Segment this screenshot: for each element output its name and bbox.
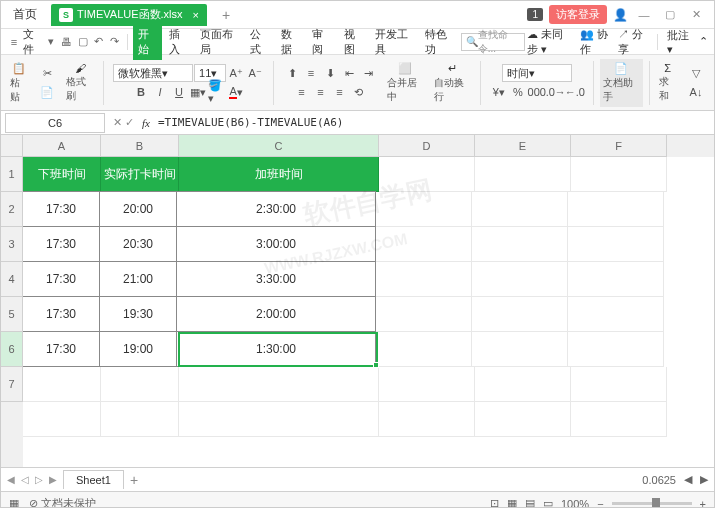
sort-icon[interactable]: A↓ [687, 83, 705, 101]
tab-insert[interactable]: 插入 [164, 24, 193, 60]
align-middle-icon[interactable]: ≡ [302, 64, 320, 82]
zoom-out-button[interactable]: − [597, 498, 603, 509]
cell-B3[interactable]: 20:30 [99, 226, 177, 262]
cell-A1[interactable]: 下班时间 [23, 157, 101, 192]
row-header-2[interactable]: 2 [1, 192, 23, 227]
filter-icon[interactable]: ▽ [687, 64, 705, 82]
maximize-button[interactable]: ▢ [660, 8, 680, 21]
sync-status[interactable]: ☁ 未同步 ▾ [527, 27, 574, 57]
cell-C6[interactable]: 1:30:00 [176, 331, 376, 367]
notification-badge[interactable]: 1 [527, 8, 543, 21]
cell-A2[interactable]: 17:30 [23, 191, 100, 227]
tab-view[interactable]: 视图 [339, 24, 368, 60]
row-header-7[interactable]: 7 [1, 367, 23, 402]
wrap-button[interactable]: ↵ 自动换行 [431, 59, 474, 107]
col-header-F[interactable]: F [571, 135, 667, 157]
paste-button[interactable]: 📋 粘贴 [7, 59, 31, 107]
scroll-right-icon[interactable]: ▶ [700, 473, 708, 486]
cell-B2[interactable]: 20:00 [99, 191, 177, 227]
zoom-slider[interactable] [612, 502, 692, 505]
orientation-icon[interactable]: ⟲ [350, 83, 368, 101]
collab-button[interactable]: 👥 协作 [580, 27, 613, 57]
merge-button[interactable]: ⬜ 合并居中 [384, 59, 427, 107]
print-icon[interactable]: 🖶 [60, 34, 74, 50]
cell-B1[interactable]: 实际打卡时间 [101, 157, 179, 192]
doc-helper-button[interactable]: 📄 文档助手 [600, 59, 643, 107]
row-header-5[interactable]: 5 [1, 297, 23, 332]
cell-C3[interactable]: 3:00:00 [176, 226, 376, 262]
sheet-tab-1[interactable]: Sheet1 [63, 470, 124, 489]
inc-decimal-icon[interactable]: .0→ [547, 83, 565, 101]
tab-layout[interactable]: 页面布局 [195, 24, 243, 60]
cell-B4[interactable]: 21:00 [99, 261, 177, 297]
align-bottom-icon[interactable]: ⬇ [321, 64, 339, 82]
zoom-in-button[interactable]: + [700, 498, 706, 509]
redo-icon[interactable]: ↷ [108, 34, 122, 50]
align-top-icon[interactable]: ⬆ [283, 64, 301, 82]
chevron-up-icon[interactable]: ⌃ [699, 35, 708, 48]
sheet-nav-last[interactable]: ▶ [49, 474, 57, 485]
fx-icon[interactable]: fx [142, 117, 150, 129]
sum-button[interactable]: Σ 求和 [656, 59, 680, 107]
italic-button[interactable]: I [151, 83, 169, 101]
copy-icon[interactable]: 📄 [38, 83, 56, 101]
cut-icon[interactable]: ✂ [38, 64, 56, 82]
close-window-button[interactable]: ✕ [686, 8, 706, 21]
align-right-icon[interactable]: ≡ [331, 83, 349, 101]
indent-right-icon[interactable]: ⇥ [359, 64, 377, 82]
home-tab[interactable]: 首页 [1, 1, 49, 28]
scroll-left-icon[interactable]: ◀ [684, 473, 692, 486]
view-grid-icon[interactable]: ▦ [507, 497, 517, 508]
cell-A6[interactable]: 17:30 [23, 331, 100, 367]
col-header-B[interactable]: B [101, 135, 179, 157]
view-page-icon[interactable]: ▤ [525, 497, 535, 508]
comma-icon[interactable]: 000 [528, 83, 546, 101]
number-format-select[interactable]: 时间 ▾ [502, 64, 572, 82]
cell-F1[interactable] [571, 157, 667, 192]
guest-login-button[interactable]: 访客登录 [549, 5, 607, 24]
new-tab-button[interactable]: + [217, 7, 235, 23]
formula-input[interactable]: =TIMEVALUE(B6)-TIMEVALUE(A6) [154, 114, 714, 131]
increase-font-icon[interactable]: A⁺ [227, 64, 245, 82]
cell-C5[interactable]: 2:00:00 [176, 296, 376, 332]
bold-button[interactable]: B [132, 83, 150, 101]
view-read-icon[interactable]: ▭ [543, 497, 553, 508]
font-name-select[interactable]: 微软雅黑 ▾ [113, 64, 193, 82]
tab-special[interactable]: 特色功 [420, 24, 459, 60]
grid-icon[interactable]: ▦ [9, 497, 19, 508]
accept-formula-icon[interactable]: ✓ [125, 116, 134, 129]
underline-button[interactable]: U [170, 83, 188, 101]
share-button[interactable]: ↗ 分享 [618, 27, 648, 57]
tab-formula[interactable]: 公式 [245, 24, 274, 60]
sheet-nav-next[interactable]: ▷ [35, 474, 43, 485]
cell-B5[interactable]: 19:30 [99, 296, 177, 332]
indent-left-icon[interactable]: ⇤ [340, 64, 358, 82]
col-header-D[interactable]: D [379, 135, 475, 157]
sheet-nav-first[interactable]: ◀ [7, 474, 15, 485]
cell-A3[interactable]: 17:30 [23, 226, 100, 262]
zoom-level[interactable]: 100% [561, 498, 589, 509]
preview-icon[interactable]: ▢ [76, 34, 90, 50]
tab-data[interactable]: 数据 [276, 24, 305, 60]
font-color-button[interactable]: A▾ [227, 83, 245, 101]
fill-color-button[interactable]: 🪣▾ [208, 83, 226, 101]
cell-D1[interactable] [379, 157, 475, 192]
file-tab[interactable]: S TIMEVALUE函数.xlsx × [51, 4, 207, 26]
row-header-4[interactable]: 4 [1, 262, 23, 297]
avatar-icon[interactable]: 👤 [613, 8, 628, 22]
menu-icon[interactable]: ≡ [7, 34, 21, 50]
undo-icon[interactable]: ↶ [92, 34, 106, 50]
col-header-C[interactable]: C [179, 135, 379, 157]
align-center-icon[interactable]: ≡ [312, 83, 330, 101]
add-sheet-button[interactable]: + [130, 472, 138, 488]
file-menu[interactable]: 文件 [23, 27, 42, 57]
cell-A5[interactable]: 17:30 [23, 296, 100, 332]
sheet-nav-prev[interactable]: ◁ [21, 474, 29, 485]
dec-decimal-icon[interactable]: ←.0 [566, 83, 584, 101]
col-header-A[interactable]: A [23, 135, 101, 157]
view-normal-icon[interactable]: ⊡ [490, 497, 499, 508]
cell-E1[interactable] [475, 157, 571, 192]
batch-button[interactable]: 批注 ▾ [667, 28, 693, 56]
select-all-corner[interactable] [1, 135, 23, 157]
align-left-icon[interactable]: ≡ [293, 83, 311, 101]
